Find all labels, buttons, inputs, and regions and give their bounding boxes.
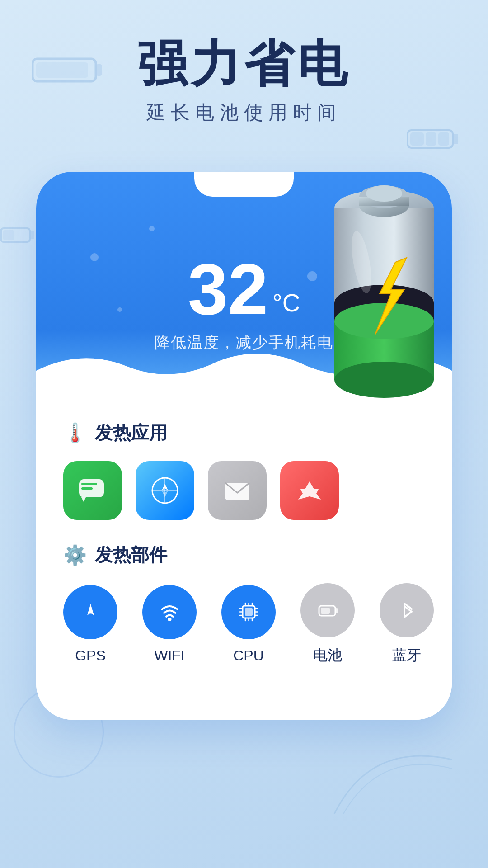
- battery-label: 电池: [313, 646, 342, 665]
- thermometer-icon: 🌡️: [63, 422, 87, 444]
- svg-point-38: [168, 618, 171, 621]
- svg-rect-6: [426, 132, 436, 146]
- svg-rect-5: [410, 132, 424, 146]
- battery-circle: [300, 583, 355, 637]
- heating-components-section: ⚙️ 发热部件 GPS: [63, 542, 425, 665]
- heating-components-label: 发热部件: [95, 542, 167, 567]
- gps-circle: [63, 585, 117, 639]
- bg-battery-top-right: [407, 127, 461, 151]
- bluetooth-label: 蓝牙: [392, 646, 421, 665]
- sub-title: 延长电池使用时间: [36, 100, 452, 125]
- svg-point-23: [366, 185, 402, 202]
- svg-point-37: [88, 610, 93, 614]
- svg-rect-9: [30, 231, 34, 239]
- cpu-circle: [221, 585, 276, 639]
- temperature-unit: °C: [272, 289, 300, 317]
- comp-item-battery[interactable]: 电池: [300, 583, 355, 665]
- comp-item-gps[interactable]: GPS: [63, 585, 117, 664]
- svg-rect-55: [321, 608, 330, 614]
- temperature-value: 32: [188, 253, 268, 326]
- battery-3d-decoration: [316, 172, 488, 443]
- app-icons-row: [63, 461, 425, 520]
- bubble-2: [149, 226, 155, 231]
- comp-item-cpu[interactable]: CPU: [221, 585, 276, 664]
- app-icon-safari[interactable]: [136, 461, 194, 520]
- svg-rect-54: [335, 608, 338, 613]
- main-title: 强力省电: [36, 36, 452, 91]
- component-icons-row: GPS WIFI: [63, 583, 425, 665]
- phone-screen-bottom: 🌡️ 发热应用: [36, 398, 452, 720]
- svg-rect-27: [81, 483, 97, 485]
- app-icon-mail[interactable]: [208, 461, 267, 520]
- header: 强力省电 延长电池使用时间: [0, 36, 488, 125]
- comp-item-bluetooth[interactable]: 蓝牙: [380, 583, 434, 665]
- heating-components-title: ⚙️ 发热部件: [63, 542, 425, 567]
- curve-decoration: [325, 732, 461, 823]
- app-icon-messages[interactable]: [63, 461, 122, 520]
- svg-rect-4: [453, 134, 458, 144]
- app-icon-photos[interactable]: [280, 461, 339, 520]
- heating-apps-label: 发热应用: [95, 420, 167, 445]
- svg-marker-36: [298, 481, 321, 500]
- wifi-label: WIFI: [154, 647, 185, 664]
- phone-notch: [194, 172, 294, 197]
- cpu-label: CPU: [233, 647, 264, 664]
- svg-point-19: [334, 362, 434, 398]
- comp-item-wifi[interactable]: WIFI: [142, 585, 197, 664]
- bg-battery-left: [0, 226, 36, 244]
- svg-rect-10: [3, 230, 14, 240]
- wifi-circle: [142, 585, 197, 639]
- svg-rect-28: [81, 487, 93, 490]
- svg-rect-40: [245, 608, 253, 616]
- gear-icon: ⚙️: [63, 544, 87, 566]
- bluetooth-circle: [380, 583, 434, 637]
- svg-marker-29: [81, 497, 86, 502]
- gps-label: GPS: [75, 647, 106, 664]
- svg-rect-7: [438, 132, 449, 146]
